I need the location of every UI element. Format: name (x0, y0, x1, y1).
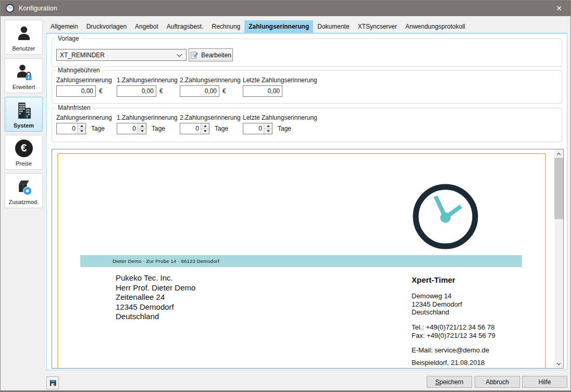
sender-address-block: Demoweg 14 12345 Demodorf Deutschland (412, 292, 462, 317)
sidebar-item-label: Preise (5, 160, 42, 167)
mahngebuehren-groupbox: Mahngebühren Zahlungserinnerung € 1.Zahl… (52, 70, 562, 104)
sidebar-item-benutzer[interactable]: Benutzer (5, 20, 43, 55)
user-icon (5, 23, 42, 44)
user-lock-icon (5, 61, 42, 82)
spin-up-button[interactable] (201, 123, 209, 129)
recipient-line: Herr Prof. Dieter Demo (116, 283, 195, 293)
tab-allgemein[interactable]: Allgemein (46, 20, 82, 33)
company-clock-logo-icon (411, 182, 480, 251)
days-spinner-1-zahlungserinnerung (117, 123, 146, 134)
preview-scrollbar[interactable] (554, 149, 563, 368)
fee-label: 1.Zahlungserinnerung (117, 77, 178, 84)
recipient-line: Pukeko Tec. Inc. (116, 273, 195, 283)
fee-input-2-zahlungserinnerung[interactable] (180, 85, 219, 97)
chevron-down-icon (177, 54, 182, 57)
save-button-label: Speichern (435, 378, 463, 386)
days-input[interactable] (57, 123, 77, 134)
edit-template-button[interactable]: Bearbeiten (189, 48, 233, 61)
edit-icon (190, 51, 198, 59)
euro-glyph: € (21, 142, 27, 154)
tab-zahlungserinnerung[interactable]: Zahlungserinnerung (244, 20, 313, 33)
fee-unit: € (99, 87, 103, 95)
sidebar-item-system[interactable]: System (5, 97, 43, 132)
fee-input-1-zahlungserinnerung[interactable] (117, 85, 156, 97)
vorlage-groupbox: Vorlage XT_REMINDER Bearbeite (52, 39, 562, 67)
spin-up-button[interactable] (78, 123, 85, 129)
configuration-window: Konfiguration ✕ Benutzer Erweitert (0, 0, 571, 392)
tab-dokumente[interactable]: Dokumente (313, 20, 353, 33)
sender-address-line: Demoweg 14 (412, 292, 462, 300)
cancel-button[interactable]: Abbruch (475, 376, 520, 388)
sidebar-item-label: Zusatzmod. (5, 199, 42, 205)
template-select-value: XT_REMINDER (60, 52, 105, 59)
fee-label: 2.Zahlungserinnerung (180, 77, 241, 84)
scrollbar-thumb[interactable] (554, 158, 563, 219)
letter-dateline: Beispieldorf, 21.08.2018 (412, 359, 485, 366)
close-icon[interactable]: ✕ (548, 1, 570, 16)
euro-icon: € (5, 138, 42, 159)
spin-down-button[interactable] (78, 129, 85, 134)
sidebar-item-zusatzmodule[interactable]: Zusatzmod. (5, 173, 43, 208)
days-spinner-letzte-zahlungserinnerung (243, 123, 272, 134)
sender-tel-line: Tel.: +49(0)721/12 34 56 78 (412, 323, 495, 332)
tab-bar: Allgemein Druckvorlagen Angebot Auftrags… (46, 20, 469, 33)
recipient-address-block: Pukeko Tec. Inc. Herr Prof. Dieter Demo … (116, 273, 195, 322)
days-input[interactable] (243, 123, 264, 134)
template-select[interactable]: XT_REMINDER (56, 49, 187, 61)
term-label: 2.Zahlungserinnerung (180, 114, 241, 121)
spin-up-button[interactable] (138, 123, 146, 129)
save-tool-button[interactable] (46, 376, 59, 389)
sidebar-item-erweitert[interactable]: Erweitert (5, 58, 43, 93)
sidebar-item-label: System (5, 122, 42, 129)
tab-content-panel: Vorlage XT_REMINDER Bearbeite (46, 33, 567, 370)
days-input[interactable] (117, 123, 138, 134)
term-label: Zahlungserinnerung (56, 114, 112, 121)
fee-unit: € (222, 87, 226, 95)
addon-box-cd-icon (5, 176, 42, 197)
sender-company-name: Xpert-Timer (412, 275, 455, 284)
days-spinner-zahlungserinnerung (56, 123, 86, 134)
tab-auftragsbest[interactable]: Auftragsbest. (163, 20, 208, 33)
floppy-disk-icon (49, 379, 57, 387)
window-title: Konfiguration (19, 5, 57, 12)
spin-down-button[interactable] (264, 129, 272, 134)
term-unit: Tage (215, 125, 228, 132)
sidebar-item-preise[interactable]: € Preise (5, 135, 43, 170)
sidebar-item-label: Erweitert (5, 84, 42, 90)
scroll-down-icon[interactable] (554, 359, 563, 368)
mahnfristen-groupbox: Mahnfristen Zahlungserinnerung Tage 1.Za… (52, 108, 562, 142)
help-button[interactable]: Hilfe (522, 376, 567, 388)
fee-input-zahlungserinnerung[interactable] (56, 85, 96, 97)
spin-down-button[interactable] (201, 129, 209, 134)
edit-template-label: Bearbeiten (201, 52, 231, 59)
template-preview-pane: Dieter Demo · Zur Probe 14 · 86123 Demod… (52, 149, 564, 369)
tab-rechnung[interactable]: Rechnung (208, 20, 245, 33)
sender-email-line: E-Mail: service@demo.de (412, 346, 489, 354)
spin-up-button[interactable] (264, 123, 272, 129)
letter-page: Dieter Demo · Zur Probe 14 · 86123 Demod… (57, 153, 546, 369)
fee-label: Zahlungserinnerung (56, 77, 112, 84)
recipient-line: 12345 Demodorf (116, 302, 195, 312)
term-unit: Tage (91, 125, 105, 132)
term-unit: Tage (152, 125, 165, 132)
vorlage-legend: Vorlage (56, 35, 81, 42)
sender-address-line: Deutschland (412, 308, 462, 317)
app-clock-icon (5, 4, 15, 13)
sidebar-item-label: Benutzer (5, 45, 42, 52)
help-button-label: Hilfe (538, 378, 551, 386)
recipient-line: Deutschland (116, 312, 195, 322)
cancel-button-label: Abbruch (486, 378, 509, 386)
save-button[interactable]: Speichern (427, 376, 472, 388)
return-address-line: Dieter Demo · Zur Probe 14 · 86123 Demod… (113, 255, 219, 267)
tab-druckvorlagen[interactable]: Druckvorlagen (82, 20, 131, 33)
days-input[interactable] (180, 123, 201, 134)
tab-anwendungsprotokoll[interactable]: Anwendungsprotokoll (401, 20, 469, 33)
fee-unit: € (159, 87, 163, 95)
scroll-up-icon[interactable] (554, 149, 563, 158)
tab-angebot[interactable]: Angebot (131, 20, 163, 33)
fee-input-letzte-zahlungserinnerung[interactable] (243, 85, 282, 97)
spin-down-button[interactable] (138, 129, 146, 134)
mahnfristen-legend: Mahnfristen (56, 104, 93, 111)
sender-fax-line: Fax: +49(0)721/12 34 56 79 (412, 332, 495, 340)
tab-xtsyncserver[interactable]: XTSyncserver (354, 20, 401, 33)
